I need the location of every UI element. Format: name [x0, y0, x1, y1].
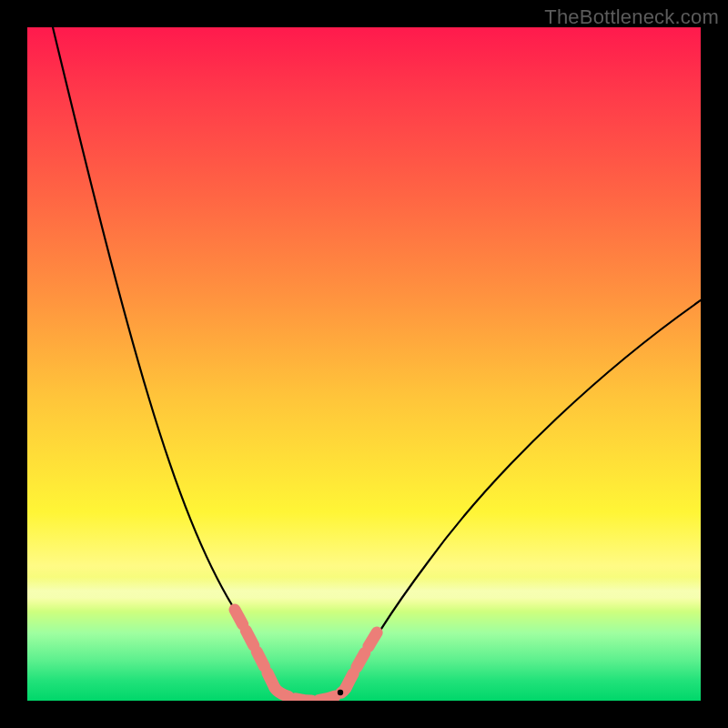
valley-marker	[338, 690, 343, 695]
curve-layer	[27, 27, 701, 701]
chart-frame: TheBottleneck.com	[0, 0, 728, 728]
salmon-overlay-right	[346, 630, 379, 688]
right-curve	[344, 300, 701, 693]
plot-area	[27, 27, 701, 701]
salmon-overlay-left	[235, 610, 275, 688]
left-curve	[53, 27, 278, 693]
salmon-overlay-bottom	[275, 688, 346, 701]
watermark-label: TheBottleneck.com	[544, 5, 719, 29]
